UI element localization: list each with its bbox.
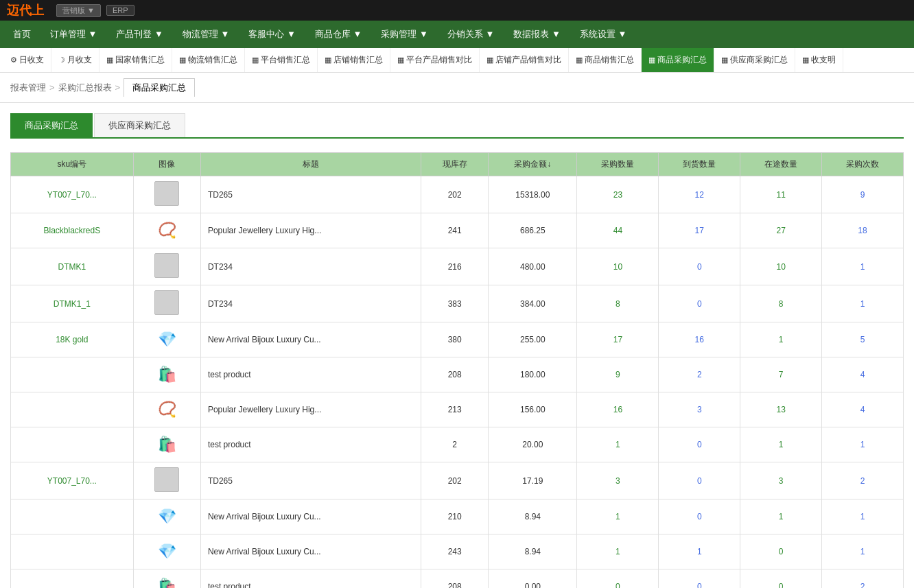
cell-transit[interactable]: 3 [740, 462, 822, 499]
cell-sku[interactable]: BlackblackredS [11, 213, 134, 248]
cell-arrived[interactable]: 0 [659, 499, 740, 534]
col-img: 图像 [133, 153, 200, 176]
cell-arrived[interactable]: 0 [659, 569, 740, 589]
cell-sku[interactable] [11, 392, 134, 427]
cell-stock: 241 [421, 213, 489, 248]
cell-times[interactable]: 9 [822, 176, 904, 213]
subnav-goods-purchase[interactable]: ▦商品采购汇总 [642, 48, 714, 73]
cell-arrived[interactable]: 16 [659, 322, 740, 357]
subnav-platform-compare[interactable]: ▦平台产品销售对比 [390, 48, 480, 73]
cell-sku[interactable] [11, 427, 134, 462]
cell-arrived[interactable]: 0 [659, 427, 740, 462]
breadcrumb-purchase-summary[interactable]: 采购汇总报表 [58, 82, 112, 94]
subnav-store-sales[interactable]: ▦店铺销售汇总 [318, 48, 390, 73]
cell-amount: 20.00 [489, 427, 577, 462]
cell-transit[interactable]: 1 [740, 499, 822, 534]
nav-products[interactable]: 产品刊登 ▼ [106, 21, 172, 48]
cell-arrived[interactable]: 3 [659, 392, 740, 427]
subnav-logistics-sales[interactable]: ▦物流销售汇总 [172, 48, 245, 73]
cell-transit[interactable]: 13 [740, 392, 822, 427]
cell-stock: 213 [421, 392, 489, 427]
cell-transit[interactable]: 10 [740, 248, 822, 285]
cell-arrived[interactable]: 0 [659, 462, 740, 499]
cell-sku[interactable]: 18K gold [11, 322, 134, 357]
cell-arrived[interactable]: 12 [659, 176, 740, 213]
cell-transit[interactable]: 27 [740, 213, 822, 248]
cell-times[interactable]: 1 [822, 427, 904, 462]
cell-qty[interactable]: 10 [577, 248, 659, 285]
nav-home[interactable]: 首页 [3, 21, 40, 48]
cell-times[interactable]: 18 [822, 213, 904, 248]
nav-warehouse[interactable]: 商品仓库 ▼ [305, 21, 371, 48]
cell-qty[interactable]: 1 [577, 427, 659, 462]
nav-distribution[interactable]: 分销关系 ▼ [438, 21, 504, 48]
cell-times[interactable]: 5 [822, 322, 904, 357]
cell-times[interactable]: 2 [822, 569, 904, 589]
cell-sku[interactable] [11, 569, 134, 589]
subnav-daily[interactable]: ⚙日收支 [3, 48, 51, 73]
cell-transit[interactable]: 7 [740, 357, 822, 392]
subnav-platform-sales[interactable]: ▦平台销售汇总 [245, 48, 318, 73]
cell-times[interactable]: 4 [822, 392, 904, 427]
cell-transit[interactable]: 0 [740, 569, 822, 589]
subnav-goods-sales[interactable]: ▦商品销售汇总 [569, 48, 642, 73]
cell-img: 📿 [133, 213, 200, 248]
nav-reports[interactable]: 数据报表 ▼ [504, 21, 570, 48]
cell-transit[interactable]: 1 [740, 322, 822, 357]
cell-qty[interactable]: 16 [577, 392, 659, 427]
cell-qty[interactable]: 44 [577, 213, 659, 248]
cell-sku[interactable]: YT007_L70... [11, 176, 134, 213]
cell-qty[interactable]: 3 [577, 462, 659, 499]
breadcrumb-reports[interactable]: 报表管理 [10, 82, 46, 94]
cell-arrived[interactable]: 0 [659, 248, 740, 285]
nav-settings[interactable]: 系统设置 ▼ [570, 21, 636, 48]
col-amount[interactable]: 采购金额↓ [489, 153, 577, 176]
cell-amount: 480.00 [489, 248, 577, 285]
cell-times[interactable]: 4 [822, 357, 904, 392]
cell-qty[interactable]: 23 [577, 176, 659, 213]
cell-times[interactable]: 1 [822, 285, 904, 322]
cell-qty[interactable]: 9 [577, 357, 659, 392]
cell-stock: 380 [421, 322, 489, 357]
subnav-income[interactable]: ▦收支明 [795, 48, 843, 73]
cell-times[interactable]: 1 [822, 499, 904, 534]
cell-qty[interactable]: 17 [577, 322, 659, 357]
cell-qty[interactable]: 0 [577, 569, 659, 589]
cell-arrived[interactable]: 2 [659, 357, 740, 392]
cell-transit[interactable]: 0 [740, 534, 822, 569]
tab-goods-purchase[interactable]: 商品采购汇总 [10, 113, 93, 137]
cell-sku[interactable]: YT007_L70... [11, 462, 134, 499]
cell-sku[interactable]: DTMK1 [11, 248, 134, 285]
subnav-monthly[interactable]: ☽月收支 [51, 48, 99, 73]
cell-times[interactable]: 1 [822, 248, 904, 285]
cell-sku[interactable]: DTMK1_1 [11, 285, 134, 322]
cell-transit[interactable]: 8 [740, 285, 822, 322]
nav-logistics[interactable]: 物流管理 ▼ [173, 21, 239, 48]
cell-arrived[interactable]: 17 [659, 213, 740, 248]
subnav-supplier-purchase[interactable]: ▦供应商采购汇总 [714, 48, 795, 73]
cell-sku[interactable] [11, 499, 134, 534]
cell-transit[interactable]: 1 [740, 427, 822, 462]
cell-arrived[interactable]: 0 [659, 285, 740, 322]
cell-stock: 383 [421, 285, 489, 322]
cell-img [133, 462, 200, 499]
cell-arrived[interactable]: 1 [659, 534, 740, 569]
cell-qty[interactable]: 1 [577, 499, 659, 534]
cell-transit[interactable]: 11 [740, 176, 822, 213]
nav-orders[interactable]: 订单管理 ▼ [40, 21, 106, 48]
cell-sku[interactable] [11, 534, 134, 569]
table-row: 🛍️ test product 2 20.00 1 0 1 1 [11, 427, 904, 462]
subnav-country[interactable]: ▦国家销售汇总 [99, 48, 172, 73]
cell-sku[interactable] [11, 357, 134, 392]
badge-yingxiao[interactable]: 营销版 ▼ [56, 4, 101, 17]
tab-supplier-purchase[interactable]: 供应商采购汇总 [94, 113, 185, 137]
cell-times[interactable]: 2 [822, 462, 904, 499]
nav-service[interactable]: 客服中心 ▼ [239, 21, 305, 48]
cell-times[interactable]: 1 [822, 534, 904, 569]
nav-purchase[interactable]: 采购管理 ▼ [371, 21, 437, 48]
badge-erp[interactable]: ERP [106, 5, 134, 16]
cell-qty[interactable]: 8 [577, 285, 659, 322]
subnav-store-compare[interactable]: ▦店铺产品销售对比 [480, 48, 569, 73]
cell-qty[interactable]: 1 [577, 534, 659, 569]
purchase-table: sku编号 图像 标题 现库存 采购金额↓ 采购数量 到货数量 在途数量 采购次… [10, 152, 904, 588]
